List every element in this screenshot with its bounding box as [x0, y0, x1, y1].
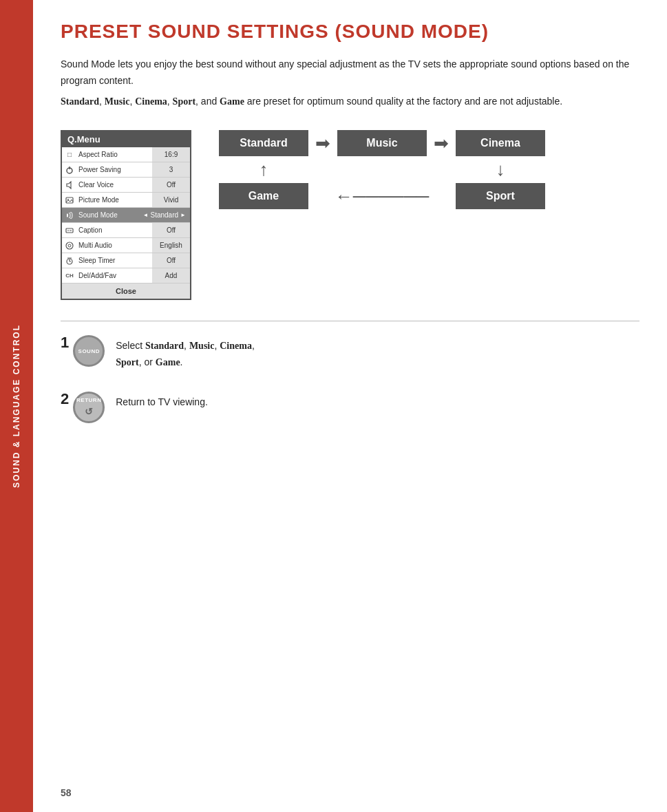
arrow-standard-to-music: ➡ — [308, 130, 337, 156]
sound-row-3: Game ←────── Sport — [219, 183, 545, 209]
standard-box: Standard — [219, 130, 308, 156]
qmenu-row-sound-mode: Sound Mode ◄ Standard ► — [62, 208, 190, 223]
page-title: PRESET SOUND SETTINGS (SOUND MODE) — [61, 21, 639, 43]
term-sport: Sport — [173, 96, 195, 107]
sleep-timer-icon — [62, 257, 77, 265]
sound-mode-left-arrow: ◄ — [143, 212, 149, 218]
sound-mode-value-text: Standard — [150, 211, 178, 219]
return-button[interactable]: RETURN ↺ — [73, 392, 105, 423]
qmenu-value-caption: Off — [152, 223, 190, 237]
steps-section: 1 SOUND Select Standard, Music, Cinema, … — [61, 335, 639, 423]
step-1-number-wrap: 1 SOUND — [61, 335, 105, 367]
sidebar-label: SOUND & LANGUAGE CONTROL — [12, 324, 21, 488]
diagram-section: Q.Menu □ Aspect Ratio 16:9 Power Saving … — [61, 130, 639, 300]
game-box: Game — [219, 183, 308, 209]
qmenu-value-aspect-ratio: 16:9 — [152, 147, 190, 162]
sound-mode-table: Standard ➡ Music ➡ Cinema ↑ ↓ — [219, 130, 545, 209]
step1-term-music: Music — [189, 341, 215, 351]
cinema-box: Cinema — [456, 130, 545, 156]
main-content: PRESET SOUND SETTINGS (SOUND MODE) Sound… — [33, 0, 667, 471]
qmenu-value-sleep-timer: Off — [152, 253, 190, 268]
middle-empty-1 — [308, 156, 337, 183]
qmenu-label-sleep-timer: Sleep Timer — [77, 257, 152, 264]
qmenu-row-del-add-fav: CH Del/Add/Fav Add — [62, 268, 190, 284]
qmenu-row-sleep-timer: Sleep Timer Off — [62, 253, 190, 268]
qmenu-panel: Q.Menu □ Aspect Ratio 16:9 Power Saving … — [61, 130, 191, 300]
body-paragraph-2: Standard, Music, Cinema, Sport, and Game… — [61, 94, 639, 110]
sound-button-label: SOUND — [78, 348, 100, 354]
clear-voice-icon — [62, 181, 77, 189]
picture-mode-icon — [62, 196, 77, 204]
qmenu-row-clear-voice: Clear Voice Off — [62, 178, 190, 193]
sound-mode-diagram: Standard ➡ Music ➡ Cinema ↑ ↓ — [219, 130, 639, 209]
term-music: Music — [105, 96, 130, 107]
sport-box: Sport — [456, 183, 545, 209]
qmenu-label-aspect-ratio: Aspect Ratio — [77, 151, 152, 158]
aspect-ratio-icon: □ — [62, 151, 77, 158]
qmenu-label-clear-voice: Clear Voice — [77, 181, 152, 189]
svg-point-9 — [68, 244, 71, 247]
arrow-sport-to-game: ←────── — [308, 183, 456, 209]
qmenu-label-multi-audio: Multi Audio — [77, 242, 152, 249]
multi-audio-icon — [62, 242, 77, 250]
sidebar: SOUND & LANGUAGE CONTROL — [0, 0, 33, 812]
return-arc-icon: ↺ — [85, 406, 94, 417]
qmenu-value-multi-audio: English — [152, 238, 190, 253]
music-box-cell: Music — [337, 130, 427, 156]
qmenu-value-picture-mode: Vivid — [152, 193, 190, 207]
qmenu-label-picture-mode: Picture Mode — [77, 196, 152, 204]
qmenu-label-sound-mode: Sound Mode — [77, 211, 139, 219]
page-number: 58 — [33, 787, 72, 798]
qmenu-value-sound-mode: ◄ Standard ► — [139, 208, 190, 222]
term-game: Game — [220, 96, 244, 107]
section-divider — [61, 321, 639, 321]
qmenu-close-label: Close — [116, 287, 136, 295]
sound-row-1: Standard ➡ Music ➡ Cinema — [219, 130, 545, 156]
step-1: 1 SOUND Select Standard, Music, Cinema, … — [61, 335, 639, 371]
step-1-text: Select Standard, Music, Cinema, Sport, o… — [116, 338, 255, 371]
standard-box-cell: Standard — [219, 130, 308, 156]
sound-button[interactable]: SOUND — [73, 335, 105, 367]
qmenu-label-del-add-fav: Del/Add/Fav — [77, 272, 152, 279]
svg-marker-2 — [67, 182, 71, 189]
qmenu-value-del-add-fav: Add — [152, 268, 190, 283]
step-1-number: 1 — [61, 335, 69, 350]
middle-empty-3 — [427, 156, 456, 183]
svg-point-8 — [66, 242, 73, 249]
cinema-box-cell: Cinema — [456, 130, 545, 156]
middle-empty-2 — [337, 156, 427, 183]
qmenu-row-aspect-ratio: □ Aspect Ratio 16:9 — [62, 147, 190, 162]
term-standard: Standard — [61, 96, 99, 107]
step1-term-sport: Sport — [116, 357, 138, 367]
body-paragraph-1: Sound Mode lets you enjoy the best sound… — [61, 56, 639, 89]
qmenu-label-power-saving: Power Saving — [77, 166, 152, 173]
sound-mode-icon — [62, 211, 77, 220]
step1-term-game: Game — [156, 357, 180, 367]
qmenu-value-clear-voice: Off — [152, 178, 190, 192]
arrow-down-cinema: ↓ — [456, 156, 545, 183]
arrow-up-standard: ↑ — [219, 156, 308, 183]
sport-box-cell: Sport — [456, 183, 545, 209]
return-button-label: RETURN — [76, 397, 101, 403]
step-2: 2 RETURN ↺ Return to TV viewing. — [61, 392, 639, 423]
step1-term-cinema: Cinema — [220, 341, 252, 351]
sound-mode-right-arrow: ► — [180, 212, 186, 218]
del-add-fav-icon: CH — [62, 273, 77, 279]
step-2-number: 2 — [61, 392, 69, 407]
sound-row-2: ↑ ↓ — [219, 156, 545, 183]
step-2-text: Return to TV viewing. — [116, 394, 208, 411]
qmenu-row-picture-mode: Picture Mode Vivid — [62, 193, 190, 208]
qmenu-close-button[interactable]: Close — [62, 284, 190, 299]
qmenu-row-multi-audio: Multi Audio English — [62, 238, 190, 253]
qmenu-row-power-saving: Power Saving 3 — [62, 162, 190, 178]
arrow-music-to-cinema: ➡ — [427, 130, 456, 156]
game-box-cell: Game — [219, 183, 308, 209]
music-box: Music — [337, 130, 427, 156]
qmenu-row-caption: Caption Off — [62, 223, 190, 238]
term-cinema: Cinema — [135, 96, 167, 107]
step-2-number-wrap: 2 RETURN ↺ — [61, 392, 105, 423]
caption-icon — [62, 226, 77, 235]
qmenu-value-power-saving: 3 — [152, 162, 190, 177]
power-saving-icon — [62, 166, 77, 174]
step1-term-standard: Standard — [145, 341, 184, 351]
